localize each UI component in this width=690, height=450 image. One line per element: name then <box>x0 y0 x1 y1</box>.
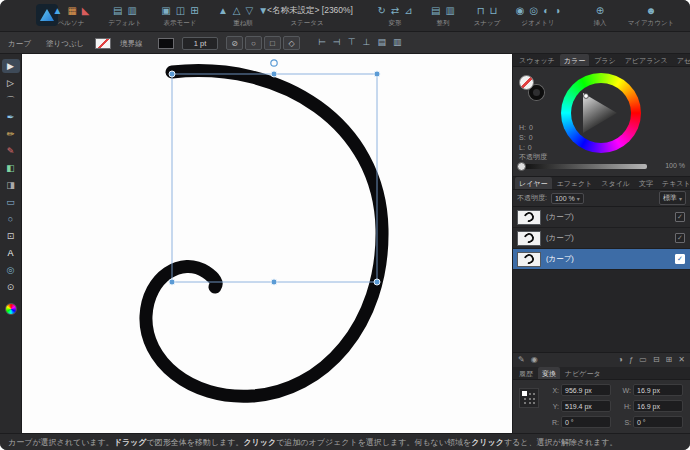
tools-panel: ▶▷⌒✒✏✎◧◨▭○⊡A◎⊙ <box>0 54 22 433</box>
stroke-width-input[interactable]: 1 pt <box>182 37 218 50</box>
transform-value-input[interactable]: 519.4 px <box>561 400 611 412</box>
layer-effects-icon[interactable]: ƒ <box>629 356 633 364</box>
reset-defaults-icon[interactable]: ▤ <box>113 6 122 16</box>
designer-persona-icon[interactable]: ▲ <box>52 6 62 16</box>
pencil-tool[interactable]: ✏ <box>2 127 20 141</box>
group-label: スナップ <box>464 19 510 28</box>
add-layer-icon[interactable]: ⊞ <box>666 356 673 364</box>
transform-value-input[interactable]: 16.9 px <box>633 400 683 412</box>
zoom-tool[interactable]: ⊙ <box>2 280 20 294</box>
selection-type-label: カーブ <box>8 39 31 49</box>
anchor-point-selector[interactable] <box>519 388 539 408</box>
color-opacity-slider[interactable] <box>519 164 647 169</box>
group-label: 整列 <box>421 19 465 28</box>
account-icon[interactable]: ☻ <box>646 6 657 16</box>
transparency-tool[interactable]: ◨ <box>2 178 20 192</box>
main-toolbar: ▲▦◣ ペルソナ ▤▥ デフォルト ▣◫⊞ 表示モード ▲△▽▼ 重ね順 ステー… <box>0 0 690 32</box>
stroke-swatch[interactable] <box>158 38 174 49</box>
vector-brush-tool[interactable]: ✎ <box>2 144 20 158</box>
boolean-divide-icon[interactable]: ◑ <box>554 6 560 16</box>
distribute-v-icon[interactable]: ▥ <box>393 37 402 47</box>
sync-defaults-icon[interactable]: ▥ <box>128 6 137 16</box>
snapping-options-icon[interactable]: ⊔ <box>490 6 498 16</box>
distribute-h-icon[interactable]: ▤ <box>377 37 386 47</box>
round-cap-icon[interactable]: ○ <box>245 36 262 50</box>
align-top-icon[interactable]: ⊤ <box>348 37 356 47</box>
right-panel: スウォッチカラーブラシアピアランスアセット H <box>512 54 690 433</box>
ellipse-tool[interactable]: ○ <box>2 212 20 226</box>
color-wheel[interactable] <box>561 73 641 153</box>
align-left-icon[interactable]: ⊢ <box>318 37 326 47</box>
delete-layer-icon[interactable]: ✕ <box>678 356 685 364</box>
boolean-subtract-icon[interactable]: ◎ <box>529 6 538 16</box>
fill-gradient-tool[interactable]: ◧ <box>2 161 20 175</box>
toolbar-group-view-mode: ▣◫⊞ 表示モード <box>150 3 210 28</box>
distribute-icon[interactable]: ▥ <box>446 6 455 16</box>
slider-knob[interactable] <box>517 162 526 171</box>
handle-top-left <box>169 71 175 77</box>
transform-field: X: 956.9 px <box>549 384 611 396</box>
blend-mode-select[interactable]: 標準▾ <box>659 191 686 205</box>
adjustment-icon[interactable]: ◑ <box>618 356 623 364</box>
align-bottom-icon[interactable]: ⊥ <box>363 37 371 47</box>
status-text-segment: クリック <box>471 437 504 448</box>
pen-tool[interactable]: ✒ <box>2 110 20 124</box>
pixel-persona-icon[interactable]: ▦ <box>67 6 76 16</box>
layer-visibility-checkbox[interactable]: ✓ <box>675 233 685 243</box>
layers-options-row: 不透明度: 100 %▾ 標準▾ <box>513 190 690 207</box>
color-selector-dot[interactable] <box>584 94 589 99</box>
move-to-front-icon[interactable]: ▲ <box>218 6 228 16</box>
export-persona-icon[interactable]: ◣ <box>82 6 90 16</box>
snapping-icon[interactable]: ⊓ <box>477 6 485 16</box>
corner-tool[interactable]: ⌒ <box>2 93 20 107</box>
artistic-text-tool[interactable]: A <box>2 246 20 260</box>
layer-row[interactable]: (カーブ) ✓ <box>513 249 690 270</box>
boolean-intersect-icon[interactable]: ◐ <box>543 6 549 16</box>
align-icon[interactable]: ▤ <box>431 6 440 16</box>
toolbar-group-defaults: ▤▥ デフォルト <box>102 3 148 28</box>
color-picker-tool[interactable]: ◎ <box>2 263 20 277</box>
saturation-triangle[interactable] <box>571 83 631 143</box>
layer-row[interactable]: (カーブ) ✓ <box>513 207 690 228</box>
no-style-icon[interactable]: ⊘ <box>226 36 243 50</box>
fill-swatch[interactable] <box>95 38 111 49</box>
group-layers-icon[interactable]: ⊟ <box>653 356 660 364</box>
transform-value-input[interactable]: 956.9 px <box>561 384 611 396</box>
layers-opacity-label: 不透明度: <box>517 193 547 203</box>
transform-value-input[interactable]: 0 ° <box>633 416 683 428</box>
transform-value-input[interactable]: 16.9 px <box>633 384 683 396</box>
toolbar-group-align: ▤▥ 整列 <box>421 3 465 28</box>
scroll-to-selection-icon[interactable]: ◉ <box>531 356 538 364</box>
rectangle-tool[interactable]: ▭ <box>2 195 20 209</box>
node-tool[interactable]: ▷ <box>2 76 20 90</box>
move-tool[interactable]: ▶ <box>2 59 20 73</box>
pixel-view-icon[interactable]: ◫ <box>176 6 185 16</box>
selection-box[interactable] <box>169 60 380 285</box>
layer-row[interactable]: (カーブ) ✓ <box>513 228 690 249</box>
boolean-add-icon[interactable]: ◉ <box>516 6 525 16</box>
fill-color-indicator[interactable] <box>519 75 534 90</box>
corner-style-icon[interactable]: ◇ <box>283 36 300 50</box>
spiral-curve[interactable] <box>146 71 382 397</box>
layer-mask-icon[interactable]: ▭ <box>639 356 647 364</box>
layers-empty-area[interactable] <box>513 270 690 352</box>
align-right-icon[interactable]: ⊣ <box>333 37 341 47</box>
vector-crop-tool[interactable]: ⊡ <box>2 229 20 243</box>
layers-opacity-select[interactable]: 100 %▾ <box>551 193 584 204</box>
canvas[interactable] <box>22 54 512 433</box>
stroke-label: 境界線 <box>120 39 143 49</box>
vector-view-icon[interactable]: ▣ <box>161 6 170 16</box>
layer-thumbnail <box>517 252 541 267</box>
transform-field: S: 0 ° <box>621 416 683 428</box>
edit-all-layers-icon[interactable]: ✎ <box>518 356 525 364</box>
square-cap-icon[interactable]: □ <box>264 36 281 50</box>
color-well-icon[interactable] <box>5 303 17 315</box>
insert-icon[interactable]: ⊕ <box>596 6 604 16</box>
flip-icon[interactable]: ⇄ <box>391 6 399 16</box>
transform-field: H: 16.9 px <box>621 400 683 412</box>
layer-visibility-checkbox[interactable]: ✓ <box>675 212 685 222</box>
layer-visibility-checkbox[interactable]: ✓ <box>675 254 685 264</box>
split-view-icon[interactable]: ⊞ <box>190 6 198 16</box>
shear-icon[interactable]: ⊿ <box>404 6 412 16</box>
transform-value-input[interactable]: 0 ° <box>561 416 611 428</box>
